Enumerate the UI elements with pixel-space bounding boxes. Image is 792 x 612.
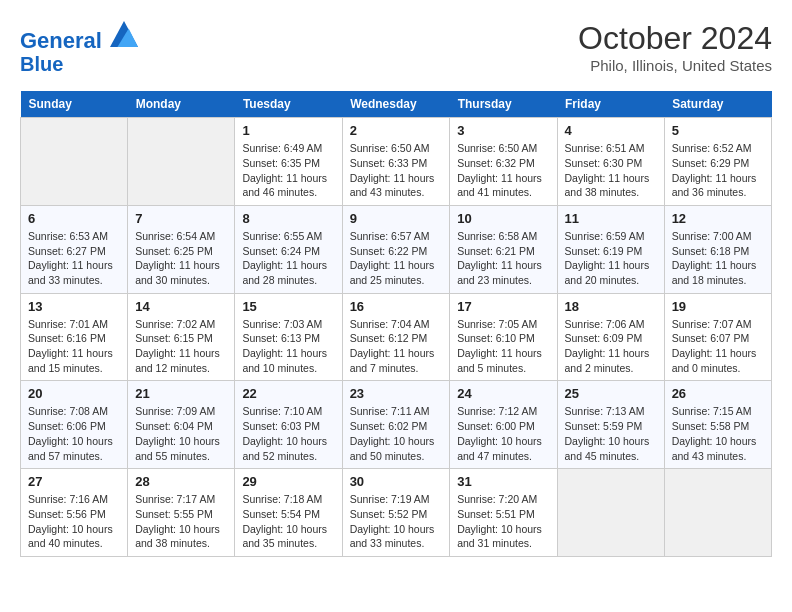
day-detail: Sunrise: 6:51 AMSunset: 6:30 PMDaylight:…	[565, 141, 657, 200]
day-detail: Sunrise: 7:03 AMSunset: 6:13 PMDaylight:…	[242, 317, 334, 376]
day-number: 9	[350, 211, 443, 226]
calendar-week-row: 20Sunrise: 7:08 AMSunset: 6:06 PMDayligh…	[21, 381, 772, 469]
calendar-cell: 8Sunrise: 6:55 AMSunset: 6:24 PMDaylight…	[235, 205, 342, 293]
day-number: 17	[457, 299, 549, 314]
day-detail: Sunrise: 7:16 AMSunset: 5:56 PMDaylight:…	[28, 492, 120, 551]
calendar-week-row: 27Sunrise: 7:16 AMSunset: 5:56 PMDayligh…	[21, 469, 772, 557]
logo-general: General	[20, 28, 102, 53]
day-number: 25	[565, 386, 657, 401]
calendar-cell: 1Sunrise: 6:49 AMSunset: 6:35 PMDaylight…	[235, 118, 342, 206]
day-number: 24	[457, 386, 549, 401]
calendar-cell: 13Sunrise: 7:01 AMSunset: 6:16 PMDayligh…	[21, 293, 128, 381]
calendar-cell: 12Sunrise: 7:00 AMSunset: 6:18 PMDayligh…	[664, 205, 771, 293]
col-header-tuesday: Tuesday	[235, 91, 342, 118]
day-detail: Sunrise: 7:04 AMSunset: 6:12 PMDaylight:…	[350, 317, 443, 376]
day-number: 3	[457, 123, 549, 138]
day-detail: Sunrise: 7:07 AMSunset: 6:07 PMDaylight:…	[672, 317, 764, 376]
day-detail: Sunrise: 7:20 AMSunset: 5:51 PMDaylight:…	[457, 492, 549, 551]
day-detail: Sunrise: 7:18 AMSunset: 5:54 PMDaylight:…	[242, 492, 334, 551]
calendar-week-row: 1Sunrise: 6:49 AMSunset: 6:35 PMDaylight…	[21, 118, 772, 206]
calendar-table: SundayMondayTuesdayWednesdayThursdayFrid…	[20, 91, 772, 557]
day-detail: Sunrise: 6:49 AMSunset: 6:35 PMDaylight:…	[242, 141, 334, 200]
title-block: October 2024 Philo, Illinois, United Sta…	[578, 20, 772, 74]
day-number: 6	[28, 211, 120, 226]
calendar-cell: 17Sunrise: 7:05 AMSunset: 6:10 PMDayligh…	[450, 293, 557, 381]
day-detail: Sunrise: 6:50 AMSunset: 6:33 PMDaylight:…	[350, 141, 443, 200]
day-number: 31	[457, 474, 549, 489]
day-number: 4	[565, 123, 657, 138]
calendar-cell: 29Sunrise: 7:18 AMSunset: 5:54 PMDayligh…	[235, 469, 342, 557]
day-number: 14	[135, 299, 227, 314]
day-number: 23	[350, 386, 443, 401]
day-number: 30	[350, 474, 443, 489]
day-number: 26	[672, 386, 764, 401]
day-detail: Sunrise: 7:09 AMSunset: 6:04 PMDaylight:…	[135, 404, 227, 463]
calendar-cell: 9Sunrise: 6:57 AMSunset: 6:22 PMDaylight…	[342, 205, 450, 293]
logo-icon	[110, 20, 138, 48]
day-detail: Sunrise: 7:05 AMSunset: 6:10 PMDaylight:…	[457, 317, 549, 376]
day-number: 7	[135, 211, 227, 226]
day-detail: Sunrise: 6:50 AMSunset: 6:32 PMDaylight:…	[457, 141, 549, 200]
calendar-cell: 31Sunrise: 7:20 AMSunset: 5:51 PMDayligh…	[450, 469, 557, 557]
calendar-cell: 23Sunrise: 7:11 AMSunset: 6:02 PMDayligh…	[342, 381, 450, 469]
calendar-cell: 5Sunrise: 6:52 AMSunset: 6:29 PMDaylight…	[664, 118, 771, 206]
day-number: 13	[28, 299, 120, 314]
calendar-week-row: 6Sunrise: 6:53 AMSunset: 6:27 PMDaylight…	[21, 205, 772, 293]
day-detail: Sunrise: 6:53 AMSunset: 6:27 PMDaylight:…	[28, 229, 120, 288]
calendar-cell: 30Sunrise: 7:19 AMSunset: 5:52 PMDayligh…	[342, 469, 450, 557]
day-detail: Sunrise: 6:57 AMSunset: 6:22 PMDaylight:…	[350, 229, 443, 288]
calendar-cell: 24Sunrise: 7:12 AMSunset: 6:00 PMDayligh…	[450, 381, 557, 469]
day-detail: Sunrise: 7:00 AMSunset: 6:18 PMDaylight:…	[672, 229, 764, 288]
day-number: 5	[672, 123, 764, 138]
day-number: 29	[242, 474, 334, 489]
calendar-cell: 16Sunrise: 7:04 AMSunset: 6:12 PMDayligh…	[342, 293, 450, 381]
calendar-cell: 4Sunrise: 6:51 AMSunset: 6:30 PMDaylight…	[557, 118, 664, 206]
page-title: October 2024	[578, 20, 772, 57]
calendar-cell: 21Sunrise: 7:09 AMSunset: 6:04 PMDayligh…	[128, 381, 235, 469]
logo: General Blue	[20, 20, 138, 75]
day-number: 1	[242, 123, 334, 138]
page-header: General Blue October 2024 Philo, Illinoi…	[20, 20, 772, 75]
calendar-cell: 2Sunrise: 6:50 AMSunset: 6:33 PMDaylight…	[342, 118, 450, 206]
day-detail: Sunrise: 7:10 AMSunset: 6:03 PMDaylight:…	[242, 404, 334, 463]
logo-blue: Blue	[20, 53, 138, 75]
day-detail: Sunrise: 6:55 AMSunset: 6:24 PMDaylight:…	[242, 229, 334, 288]
day-detail: Sunrise: 6:52 AMSunset: 6:29 PMDaylight:…	[672, 141, 764, 200]
day-number: 11	[565, 211, 657, 226]
day-number: 18	[565, 299, 657, 314]
day-number: 19	[672, 299, 764, 314]
calendar-cell: 20Sunrise: 7:08 AMSunset: 6:06 PMDayligh…	[21, 381, 128, 469]
day-number: 12	[672, 211, 764, 226]
day-number: 21	[135, 386, 227, 401]
calendar-cell: 15Sunrise: 7:03 AMSunset: 6:13 PMDayligh…	[235, 293, 342, 381]
day-detail: Sunrise: 6:58 AMSunset: 6:21 PMDaylight:…	[457, 229, 549, 288]
col-header-sunday: Sunday	[21, 91, 128, 118]
day-number: 15	[242, 299, 334, 314]
day-number: 28	[135, 474, 227, 489]
logo-text: General	[20, 20, 138, 53]
calendar-header-row: SundayMondayTuesdayWednesdayThursdayFrid…	[21, 91, 772, 118]
calendar-cell: 18Sunrise: 7:06 AMSunset: 6:09 PMDayligh…	[557, 293, 664, 381]
calendar-cell	[664, 469, 771, 557]
day-detail: Sunrise: 7:12 AMSunset: 6:00 PMDaylight:…	[457, 404, 549, 463]
calendar-cell: 11Sunrise: 6:59 AMSunset: 6:19 PMDayligh…	[557, 205, 664, 293]
calendar-cell: 25Sunrise: 7:13 AMSunset: 5:59 PMDayligh…	[557, 381, 664, 469]
calendar-cell: 7Sunrise: 6:54 AMSunset: 6:25 PMDaylight…	[128, 205, 235, 293]
day-detail: Sunrise: 6:54 AMSunset: 6:25 PMDaylight:…	[135, 229, 227, 288]
col-header-saturday: Saturday	[664, 91, 771, 118]
col-header-wednesday: Wednesday	[342, 91, 450, 118]
calendar-week-row: 13Sunrise: 7:01 AMSunset: 6:16 PMDayligh…	[21, 293, 772, 381]
day-number: 10	[457, 211, 549, 226]
day-detail: Sunrise: 7:11 AMSunset: 6:02 PMDaylight:…	[350, 404, 443, 463]
day-number: 2	[350, 123, 443, 138]
col-header-monday: Monday	[128, 91, 235, 118]
day-detail: Sunrise: 7:02 AMSunset: 6:15 PMDaylight:…	[135, 317, 227, 376]
calendar-cell: 10Sunrise: 6:58 AMSunset: 6:21 PMDayligh…	[450, 205, 557, 293]
calendar-cell: 6Sunrise: 6:53 AMSunset: 6:27 PMDaylight…	[21, 205, 128, 293]
day-number: 20	[28, 386, 120, 401]
day-number: 27	[28, 474, 120, 489]
day-number: 8	[242, 211, 334, 226]
day-detail: Sunrise: 7:06 AMSunset: 6:09 PMDaylight:…	[565, 317, 657, 376]
calendar-cell	[128, 118, 235, 206]
day-detail: Sunrise: 6:59 AMSunset: 6:19 PMDaylight:…	[565, 229, 657, 288]
